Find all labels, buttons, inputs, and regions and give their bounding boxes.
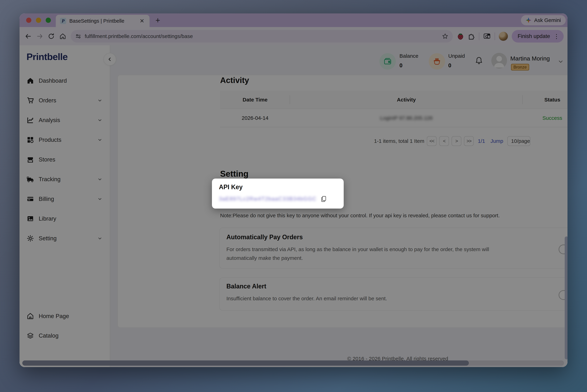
copy-icon[interactable] — [321, 196, 327, 202]
browser-window: P BaseSettings | Printbelle ✕ + Ask Gemi… — [19, 14, 568, 367]
api-key-value-blurred[interactable]: 3aE897Lc2Rw4T2baaC33B34bGGCUq — [219, 196, 317, 202]
api-key-label: API Key — [219, 184, 243, 191]
api-key-card: API Key 3aE897Lc2Rw4T2baaC33B34bGGCUq — [212, 178, 344, 208]
